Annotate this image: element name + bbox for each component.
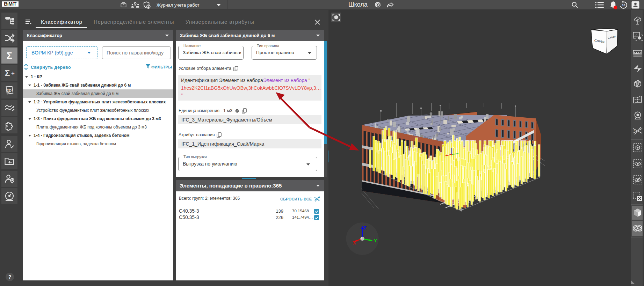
svg-text:Y: Y <box>374 238 377 243</box>
svg-text:Σ: Σ <box>5 68 10 78</box>
svg-text:+: + <box>11 70 15 76</box>
svg-text:Z: Z <box>364 225 367 230</box>
svg-text:10: 10 <box>622 3 625 7</box>
svg-text:1: 1 <box>634 129 635 131</box>
svg-text:Σ: Σ <box>7 51 12 60</box>
svg-text:X: X <box>353 240 356 245</box>
svg-text:2: 2 <box>639 126 641 129</box>
svg-text:2D: 2D <box>7 88 12 93</box>
